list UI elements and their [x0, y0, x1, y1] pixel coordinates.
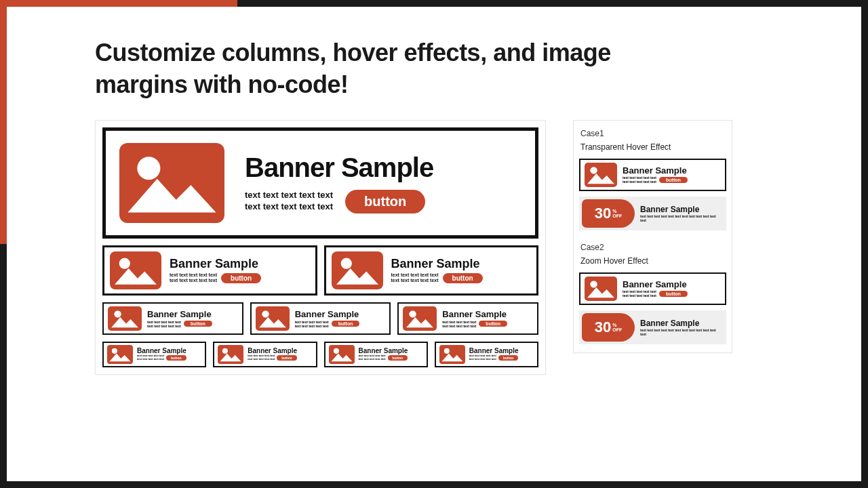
image-placeholder-icon — [110, 251, 161, 289]
banner-subtext: text text text text texttext text text t… — [170, 272, 217, 284]
banner-sample-hover[interactable]: Banner Sampletext text text text texttex… — [579, 272, 726, 305]
banner-title: Banner Sample — [147, 309, 238, 319]
banner-title: Banner Sample — [245, 152, 521, 183]
image-placeholder-icon — [439, 345, 465, 364]
banner-title: Banner Sample — [295, 309, 386, 319]
image-placeholder-icon — [332, 251, 383, 289]
banner-sample-xsmall[interactable]: Banner Sampletext text text text texttex… — [102, 342, 206, 367]
svg-point-3 — [114, 310, 121, 317]
frame-dark-top — [237, 0, 868, 7]
banner-sample-medium[interactable]: Banner Sample text text text text textte… — [324, 245, 539, 296]
banner-subtext: text text text text text text text text … — [640, 328, 722, 336]
sale-unit: %OFF — [612, 323, 622, 332]
svg-point-5 — [410, 310, 416, 317]
svg-point-9 — [444, 348, 450, 353]
banner-subtext: text text text text texttext text text t… — [359, 354, 386, 361]
banner-subtext: text text text text texttext text text t… — [623, 289, 656, 298]
banner-subtext: text text text text texttext text text t… — [442, 320, 476, 328]
banner-sample-xsmall[interactable]: Banner Sampletext text text text texttex… — [324, 342, 428, 367]
frame-dark-bottom — [0, 481, 868, 488]
banner-sample-xsmall[interactable]: Banner Sampletext text text text texttex… — [213, 342, 317, 367]
banner-button[interactable]: button — [166, 355, 186, 361]
banner-button[interactable]: button — [479, 321, 507, 327]
image-placeholder-icon — [585, 277, 617, 301]
banner-button[interactable]: button — [659, 177, 688, 183]
columns-showcase-panel: Banner Sample text text text text textte… — [95, 120, 546, 375]
banner-sample-medium[interactable]: Banner Sample text text text text textte… — [102, 245, 317, 296]
banner-button[interactable]: button — [184, 321, 212, 327]
banner-title: Banner Sample — [640, 205, 722, 214]
case-block-2: Case2 Zoom Hover Effect Banner Sampletex… — [579, 243, 726, 344]
sale-number: 30 — [595, 205, 611, 222]
svg-point-4 — [262, 310, 269, 317]
banner-button[interactable]: button — [277, 355, 297, 361]
image-placeholder-icon — [403, 306, 437, 331]
banner-button[interactable]: button — [443, 273, 483, 283]
banner-title: Banner Sample — [170, 257, 309, 271]
banner-button[interactable]: button — [498, 355, 519, 361]
case-block-1: Case1 Transparent Hover Effect Banner Sa… — [579, 129, 726, 230]
banner-sale-sample[interactable]: 30 %OFF Banner Sampletext text text text… — [579, 197, 726, 230]
banner-title: Banner Sample — [623, 165, 721, 176]
banner-subtext: text text text text texttext text text t… — [147, 320, 181, 328]
svg-point-1 — [119, 258, 130, 268]
image-placeholder-icon — [218, 345, 243, 364]
case-label: Case2 — [580, 243, 725, 252]
page-heading: Customize columns, hover effects, and im… — [95, 37, 705, 101]
sale-badge: 30 %OFF — [582, 313, 635, 342]
frame-accent-left — [0, 0, 7, 244]
sale-number: 30 — [595, 319, 611, 336]
image-placeholder-icon — [108, 306, 142, 331]
banner-subtext: text text text text texttext text text t… — [245, 190, 333, 213]
banner-sample-hover[interactable]: Banner Sampletext text text text texttex… — [579, 159, 726, 191]
image-placeholder-icon — [107, 345, 133, 364]
banner-subtext: text text text text texttext text text t… — [623, 176, 656, 184]
svg-point-11 — [590, 281, 597, 287]
banner-sample-large[interactable]: Banner Sample text text text text textte… — [102, 127, 538, 239]
banner-sample-small[interactable]: Banner Sampletext text text text texttex… — [250, 302, 391, 335]
case-title: Zoom Hover Effect — [580, 256, 725, 266]
svg-point-8 — [333, 348, 338, 353]
banner-subtext: text text text text texttext text text t… — [248, 354, 275, 361]
image-placeholder-icon — [256, 306, 290, 331]
banner-button[interactable]: button — [332, 321, 360, 327]
svg-point-6 — [112, 348, 117, 353]
case-title: Transparent Hover Effect — [580, 142, 725, 152]
svg-point-10 — [590, 167, 597, 174]
image-placeholder-icon — [119, 143, 224, 223]
svg-point-7 — [222, 348, 228, 353]
banner-subtext: text text text text texttext text text t… — [469, 354, 496, 361]
banner-title: Banner Sample — [391, 257, 530, 271]
sale-badge: 30 %OFF — [582, 199, 635, 228]
svg-point-2 — [340, 258, 351, 268]
case-label: Case1 — [580, 129, 725, 138]
banner-button[interactable]: button — [388, 355, 408, 361]
frame-accent-top — [0, 0, 237, 7]
image-placeholder-icon — [329, 345, 355, 364]
frame-dark-left — [0, 244, 7, 488]
banner-subtext: text text text text texttext text text t… — [295, 320, 329, 328]
banner-subtext: text text text text text text text text … — [640, 214, 722, 222]
banner-sample-small[interactable]: Banner Sampletext text text text texttex… — [102, 302, 243, 335]
banner-title: Banner Sample — [623, 279, 721, 289]
sale-unit: %OFF — [612, 209, 622, 218]
banner-subtext: text text text text texttext text text t… — [391, 272, 439, 284]
banner-title: Banner Sample — [640, 319, 722, 328]
banner-button[interactable]: button — [221, 273, 261, 283]
banner-subtext: text text text text texttext text text t… — [137, 354, 164, 361]
image-placeholder-icon — [585, 163, 617, 187]
frame-dark-right — [861, 0, 868, 488]
banner-sale-sample[interactable]: 30 %OFF Banner Sampletext text text text… — [579, 310, 726, 344]
banner-button[interactable]: button — [345, 190, 425, 214]
banner-button[interactable]: button — [659, 291, 688, 297]
banner-title: Banner Sample — [442, 309, 533, 319]
svg-point-0 — [137, 157, 160, 180]
banner-sample-xsmall[interactable]: Banner Sampletext text text text texttex… — [435, 342, 538, 367]
banner-sample-small[interactable]: Banner Sampletext text text text texttex… — [397, 302, 538, 335]
hover-cases-panel: Case1 Transparent Hover Effect Banner Sa… — [573, 120, 732, 353]
